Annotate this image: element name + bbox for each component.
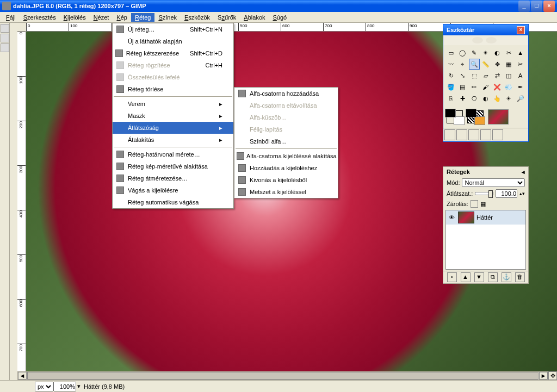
menu-item[interactable]: Vágás a kijelölésre [113, 184, 233, 196]
menu-item[interactable]: Alfa-csatorna kijelöléssé alakítása [234, 150, 338, 162]
toolbar-button-2[interactable] [1, 34, 9, 42]
window-close-button[interactable]: × [543, 1, 555, 12]
menu-szerkesztés[interactable]: Szerkesztés [20, 13, 60, 22]
tool-ellipse-select[interactable]: ◯ [457, 47, 468, 58]
layers-menu-arrow-icon[interactable]: ◂ [522, 169, 525, 176]
tool-fuzzy-select[interactable]: ✴ [480, 47, 491, 58]
tab-3[interactable] [468, 129, 479, 140]
menu-item[interactable]: Új réteg…Shift+Ctrl+N [113, 23, 233, 35]
tool-paintbrush[interactable]: 🖌 [480, 82, 491, 92]
toolbox-titlebar[interactable]: Eszköztár × [443, 24, 528, 35]
menu-item[interactable]: Réteg törlése [113, 83, 233, 95]
layer-list[interactable]: 👁 Háttér [445, 210, 526, 270]
gradient-bg[interactable] [474, 116, 485, 125]
window-maximize-button[interactable]: □ [531, 1, 542, 12]
tool-move[interactable]: ✥ [492, 59, 503, 70]
menu-item[interactable]: Új a láthatók alapján [113, 35, 233, 47]
menu-ablakok[interactable]: Ablakok [240, 13, 269, 22]
tab-2[interactable] [456, 129, 467, 140]
tool-airbrush[interactable]: 💨 [503, 82, 514, 92]
tool-heal[interactable]: ✚ [457, 93, 468, 104]
tool-clone[interactable]: ⎘ [445, 93, 456, 104]
menu-item[interactable]: Színből alfa… [234, 135, 338, 147]
layer-new-button[interactable]: ▫ [447, 272, 457, 282]
menu-szűrők[interactable]: Szűrők [214, 13, 240, 22]
layer-name[interactable]: Háttér [476, 214, 493, 221]
tool-perspective[interactable]: ▱ [480, 70, 491, 81]
menu-item[interactable]: Metszet a kijelöléssel [234, 186, 338, 198]
menu-item[interactable]: Verem▸ [113, 98, 233, 110]
tool-color-select[interactable]: ◐ [492, 47, 503, 58]
menu-item[interactable]: Réteg átméretezése… [113, 172, 233, 184]
tool-flip[interactable]: ⇄ [492, 70, 503, 81]
tool-color-picker[interactable]: ⌖ [457, 59, 468, 70]
tool-ink[interactable]: ✒ [515, 82, 526, 92]
opacity-slider[interactable] [475, 192, 493, 195]
menu-item[interactable]: Maszk▸ [113, 110, 233, 122]
tool-crop[interactable]: ✂ [515, 59, 526, 70]
scroll-right-arrow[interactable]: ► [539, 372, 548, 379]
tool-foreground[interactable]: ▲ [515, 47, 526, 58]
tool-cage[interactable]: ◫ [503, 70, 514, 81]
menu-item[interactable]: Réteg automatikus vágása [113, 196, 233, 208]
tool-blend[interactable]: ▤ [457, 82, 468, 92]
menu-eszközök[interactable]: Eszközök [181, 13, 214, 22]
tool-smudge[interactable]: 👆 [492, 93, 503, 104]
tab-1[interactable] [444, 129, 455, 140]
layer-thumb[interactable] [458, 211, 474, 223]
tool-free-select[interactable]: ✎ [469, 47, 480, 58]
menu-item[interactable]: Alfa-csatorna hozzáadása [234, 88, 338, 99]
tool-zoom[interactable]: 🔍 [469, 59, 480, 70]
fg-bg-color-swatch[interactable] [447, 110, 463, 123]
layer-dup-button[interactable]: ⧉ [488, 272, 498, 282]
tool-eraser[interactable]: ❌ [492, 82, 503, 92]
menu-réteg[interactable]: Réteg [131, 13, 154, 22]
layer-up-button[interactable]: ▲ [461, 272, 471, 282]
scroll-left-arrow[interactable]: ◄ [18, 372, 27, 379]
tool-text[interactable]: A [515, 70, 526, 81]
menu-fájl[interactable]: Fájl [2, 13, 20, 22]
layers-title[interactable]: Rétegek ◂ [443, 167, 528, 177]
tool-bucket[interactable]: 🪣 [445, 82, 456, 92]
scrollbar-horizontal[interactable]: ◄ ► [17, 371, 548, 380]
active-image-thumb[interactable] [488, 109, 509, 125]
tool-shear[interactable]: ⬚ [469, 70, 480, 81]
tool-blur[interactable]: ◐ [480, 93, 491, 104]
menu-item[interactable]: Réteg-határvonal mérete… [113, 148, 233, 160]
layer-anchor-button[interactable]: ⚓ [502, 272, 511, 282]
tab-5[interactable] [492, 129, 503, 140]
menu-nézet[interactable]: Nézet [90, 13, 113, 22]
pattern-swatch[interactable] [467, 110, 484, 123]
layer-down-button[interactable]: ▼ [474, 272, 484, 282]
tab-4[interactable] [480, 129, 491, 140]
tool-rect-select[interactable]: ▭ [445, 47, 456, 58]
tool-pencil[interactable]: ✏ [469, 82, 480, 92]
menu-súgó[interactable]: Súgó [269, 13, 291, 22]
layer-visibility-icon[interactable]: 👁 [447, 214, 456, 221]
bg-color[interactable] [454, 116, 465, 125]
lock-pixels-checkbox[interactable] [471, 200, 478, 208]
layer-delete-button[interactable]: 🗑 [515, 272, 525, 282]
tool-scissors[interactable]: ✂ [503, 47, 514, 58]
menu-item[interactable]: Átlátszóság▸ [113, 122, 233, 134]
tool-dodge[interactable]: ☀ [503, 93, 514, 104]
opacity-handle[interactable] [488, 190, 493, 198]
corner-nav-button[interactable]: ✥ [548, 371, 557, 380]
menu-kijelölés[interactable]: Kijelölés [60, 13, 90, 22]
fg-color[interactable] [445, 109, 456, 117]
tool-perspective-clone[interactable]: ⎔ [469, 93, 480, 104]
menu-item[interactable]: Réteg kétszerezéseShift+Ctrl+D [113, 47, 233, 59]
tool-paths[interactable]: 〰 [445, 59, 456, 70]
tool-rotate[interactable]: ↻ [445, 70, 456, 81]
window-minimize-button[interactable]: _ [518, 1, 530, 12]
menu-színek[interactable]: Színek [154, 13, 181, 22]
tool-zoom2[interactable]: 🔎 [515, 93, 526, 104]
menu-item[interactable]: Hozzáadás a kijelöléshez [234, 162, 338, 174]
mode-select[interactable]: Normál [462, 178, 525, 187]
menu-item[interactable]: Réteg kép-méretűvé alakítása [113, 160, 233, 172]
menu-item[interactable]: Kivonás a kijelölésből [234, 174, 338, 186]
brush-fg[interactable] [466, 109, 476, 117]
opacity-input[interactable] [496, 189, 517, 198]
layer-row[interactable]: 👁 Háttér [446, 210, 525, 225]
menu-kép[interactable]: Kép [113, 13, 131, 22]
